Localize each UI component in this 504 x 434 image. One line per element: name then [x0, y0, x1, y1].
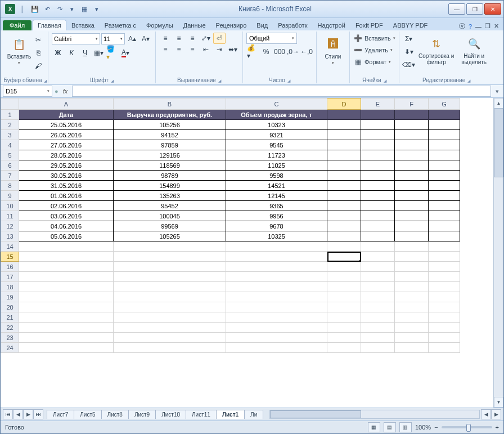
cell[interactable]: [361, 252, 395, 262]
cell[interactable]: [429, 171, 460, 181]
cell[interactable]: 14521: [226, 181, 327, 191]
close-button[interactable]: ✕: [484, 3, 501, 15]
cell[interactable]: [395, 110, 429, 120]
cell[interactable]: 10325: [226, 231, 327, 241]
column-header[interactable]: A: [19, 99, 114, 110]
sheet-nav-last-icon[interactable]: ⏭: [33, 409, 43, 419]
cell[interactable]: 31.05.2016: [19, 181, 114, 191]
cell[interactable]: [361, 110, 395, 120]
cell[interactable]: [395, 160, 429, 171]
sheet-tab[interactable]: Лист1: [216, 410, 245, 419]
cell[interactable]: [429, 333, 460, 343]
sheet-tab[interactable]: Лист9: [128, 410, 156, 419]
currency-icon[interactable]: 💰▾: [246, 46, 259, 58]
cell[interactable]: [429, 120, 460, 130]
minimize-button[interactable]: —: [448, 3, 465, 15]
sheet-nav-prev-icon[interactable]: ◀: [13, 409, 23, 419]
cell[interactable]: [226, 292, 327, 302]
cell[interactable]: [361, 140, 395, 150]
formula-input[interactable]: [72, 86, 491, 97]
minimize-ribbon-icon[interactable]: ⓥ: [459, 22, 465, 30]
cell[interactable]: [327, 241, 361, 252]
cell[interactable]: [395, 201, 429, 211]
cell[interactable]: [395, 231, 429, 241]
cell[interactable]: 26.05.2016: [19, 130, 114, 140]
normal-view-icon[interactable]: ▦: [368, 422, 380, 432]
row-header[interactable]: 23: [1, 333, 19, 343]
cell[interactable]: [361, 171, 395, 181]
tab-abbyy[interactable]: ABBYY PDF: [388, 20, 433, 30]
cell[interactable]: [19, 241, 114, 252]
increase-indent-icon[interactable]: ⇥: [213, 44, 226, 55]
cell[interactable]: [395, 221, 429, 231]
find-select-button[interactable]: 🔍 Найти и выделить: [458, 33, 490, 69]
row-header[interactable]: 24: [1, 343, 19, 353]
cell[interactable]: [361, 150, 395, 160]
cell[interactable]: 94152: [114, 130, 226, 140]
cell[interactable]: [361, 312, 395, 323]
cell[interactable]: 29.05.2016: [19, 160, 114, 171]
cell[interactable]: 30.05.2016: [19, 171, 114, 181]
cell[interactable]: [429, 272, 460, 282]
zoom-in-icon[interactable]: +: [496, 424, 499, 431]
cell[interactable]: [327, 343, 361, 353]
cell[interactable]: [226, 323, 327, 333]
cell[interactable]: [429, 191, 460, 201]
vscroll-track[interactable]: [494, 109, 503, 397]
help-icon[interactable]: ?: [469, 23, 472, 30]
sheet-nav-first-icon[interactable]: ⏮: [3, 409, 13, 419]
cell[interactable]: 154899: [114, 181, 226, 191]
font-color-button[interactable]: A▾: [119, 47, 132, 59]
zoom-out-icon[interactable]: −: [434, 424, 438, 431]
cell[interactable]: [429, 262, 460, 272]
cell[interactable]: [327, 211, 361, 221]
align-right-icon[interactable]: ≡: [186, 44, 199, 55]
decrease-font-icon[interactable]: A▾: [140, 33, 152, 45]
cell[interactable]: [327, 252, 361, 262]
cell[interactable]: [327, 140, 361, 150]
cell[interactable]: [395, 262, 429, 272]
cell[interactable]: 03.06.2016: [19, 211, 114, 221]
row-header[interactable]: 6: [1, 160, 19, 171]
page-break-view-icon[interactable]: ▥: [399, 422, 412, 432]
cell[interactable]: 9678: [226, 221, 327, 231]
cell[interactable]: [327, 231, 361, 241]
tab-foxit[interactable]: Foxit PDF: [350, 20, 388, 30]
cell[interactable]: [327, 312, 361, 323]
redo-icon[interactable]: ↷: [55, 4, 65, 14]
cell[interactable]: [327, 120, 361, 130]
cell[interactable]: [226, 241, 327, 252]
row-header[interactable]: 8: [1, 181, 19, 191]
percent-icon[interactable]: %: [260, 46, 272, 58]
cell[interactable]: [429, 252, 460, 262]
bold-button[interactable]: Ж: [52, 47, 64, 59]
cell[interactable]: [19, 302, 114, 312]
comma-icon[interactable]: 000: [273, 46, 286, 58]
tab-data[interactable]: Данные: [178, 20, 211, 30]
cell[interactable]: [19, 282, 114, 292]
tab-insert[interactable]: Вставка: [66, 20, 100, 30]
font-size-combo[interactable]: 11▾: [101, 33, 125, 44]
row-header[interactable]: 15: [1, 252, 19, 262]
cell[interactable]: [327, 302, 361, 312]
row-header[interactable]: 12: [1, 221, 19, 231]
cell[interactable]: 04.06.2016: [19, 221, 114, 231]
cell[interactable]: [114, 292, 226, 302]
merge-button[interactable]: ⬌▾: [227, 44, 239, 55]
cell[interactable]: [226, 272, 327, 282]
orientation-icon[interactable]: ⤢▾: [200, 33, 212, 44]
cell[interactable]: [395, 252, 429, 262]
tab-developer[interactable]: Разработк: [273, 20, 312, 30]
cut-icon[interactable]: ✂: [32, 34, 44, 46]
cell[interactable]: [19, 312, 114, 323]
cell[interactable]: [327, 171, 361, 181]
cell[interactable]: [361, 333, 395, 343]
row-header[interactable]: 5: [1, 150, 19, 160]
cell[interactable]: [361, 292, 395, 302]
row-header[interactable]: 3: [1, 130, 19, 140]
cell[interactable]: [226, 302, 327, 312]
row-header[interactable]: 19: [1, 292, 19, 302]
cell[interactable]: [114, 323, 226, 333]
cell[interactable]: [327, 150, 361, 160]
cell[interactable]: 9321: [226, 130, 327, 140]
